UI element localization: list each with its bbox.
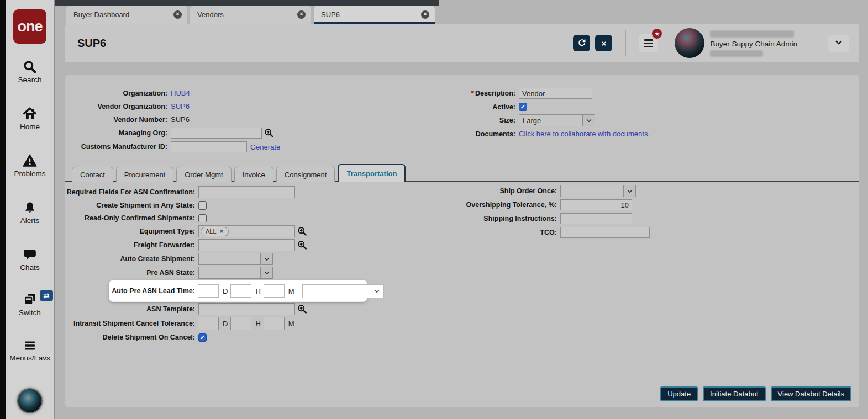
intransit-hours-input[interactable] (230, 317, 251, 330)
field-label: Create Shipment in Any State: (65, 201, 195, 209)
field-equipment-type: Equipment Type: ALL × (65, 225, 384, 238)
field-label: Organization: (65, 89, 167, 97)
select-value (561, 185, 623, 197)
search-icon (23, 59, 37, 74)
intransit-minutes-input[interactable] (264, 317, 285, 330)
sidebar-item-menus-favs[interactable]: Menus/Favs (9, 337, 50, 362)
size-select[interactable]: Large (519, 114, 595, 126)
sidebar-item-alerts[interactable]: Alerts (20, 200, 40, 225)
tab-contact[interactable]: Contact (72, 167, 113, 182)
header-divider (625, 30, 626, 56)
user-info: Buyer Suppy Chain Admin (710, 29, 797, 57)
field-label: Intransit Shipment Cancel Tolerance: (65, 320, 195, 327)
create-shipment-any-state-checkbox[interactable] (198, 201, 207, 210)
sidebar-item-search[interactable]: Search (18, 59, 42, 84)
lookup-magnifier-icon[interactable] (297, 226, 307, 236)
sidebar-item-chats[interactable]: Chats (20, 247, 39, 272)
close-icon[interactable]: × (297, 10, 306, 19)
sidebar: one Search Home Problems Alerts Chats (6, 0, 55, 419)
pre-asn-state-select[interactable] (198, 267, 273, 279)
field-documents: Documents: Click here to collaborate wit… (380, 128, 650, 140)
field-label: Managing Org: (65, 129, 167, 137)
header-menu-button[interactable]: ★ (639, 34, 658, 52)
tco-input[interactable] (560, 227, 650, 238)
shipping-instructions-input[interactable] (560, 213, 632, 224)
organization-link[interactable]: HUB4 (171, 89, 190, 97)
switch-icon (22, 292, 38, 307)
unit-days-label: D (223, 287, 228, 295)
user-role: Buyer Suppy Chain Admin (710, 40, 797, 48)
user-menu-button[interactable] (828, 35, 849, 52)
tab-order-mgmt[interactable]: Order Mgmt (176, 167, 231, 182)
vendor-organization-link[interactable]: SUP6 (171, 102, 190, 110)
field-freight-forwarder: Freight Forwarder: (65, 238, 384, 252)
sidebar-item-label: Home (20, 123, 40, 131)
sidebar-item-label: Alerts (20, 216, 40, 225)
freight-forwarder-input[interactable] (198, 239, 295, 251)
auto-create-shipment-select[interactable] (198, 253, 273, 265)
sidebar-item-home[interactable]: Home (20, 106, 40, 131)
delete-shipment-on-cancel-checkbox[interactable]: ✓ (198, 333, 207, 342)
tab-transportation[interactable]: Transportation (338, 164, 406, 182)
field-label: Freight Forwarder: (65, 241, 195, 249)
field-description: * Description: (380, 87, 650, 100)
close-icon[interactable]: × (421, 10, 429, 19)
page-header: SUP6 × ★ Buyer Suppy Chain Admin (65, 24, 859, 62)
equipment-type-tag: ALL × (201, 227, 229, 236)
documents-collaborate-link[interactable]: Click here to collaborate with documents… (519, 130, 650, 138)
lookup-magnifier-icon[interactable] (264, 128, 274, 138)
close-record-button[interactable]: × (595, 35, 612, 51)
view-databot-details-button[interactable]: View Databot Details (771, 386, 851, 401)
required-fields-asn-input[interactable] (198, 186, 295, 198)
select-value (199, 253, 260, 264)
refresh-button[interactable] (573, 35, 590, 51)
field-label: ASN Template: (65, 305, 195, 313)
general-left-column: Organization: HUB4 Vendor Organization: … (65, 87, 280, 154)
field-organization: Organization: HUB4 (65, 87, 280, 99)
customs-manufacturer-id-input[interactable] (171, 141, 247, 152)
main-area: Buyer Dashboard × Vendors × SUP6 × SUP6 … (55, 0, 868, 419)
generate-link[interactable]: Generate (250, 143, 280, 151)
chevron-down-icon (582, 115, 595, 126)
equipment-type-input[interactable]: ALL × (198, 225, 295, 237)
assistant-avatar[interactable] (17, 388, 43, 413)
field-label: Documents: (380, 130, 515, 138)
switch-context-badge[interactable]: ⇄ (40, 290, 53, 301)
tab-procurement[interactable]: Procurement (116, 167, 173, 182)
active-checkbox[interactable]: ✓ (519, 103, 527, 111)
bell-icon (23, 200, 36, 215)
tab-invoice[interactable]: Invoice (234, 167, 273, 182)
ship-order-once-select[interactable] (560, 185, 636, 197)
description-input[interactable] (519, 88, 592, 99)
field-ship-order-once: Ship Order Once: (381, 184, 650, 198)
initiate-databot-button[interactable]: Initiate Databot (703, 386, 765, 401)
asn-template-input[interactable] (198, 303, 295, 315)
lookup-magnifier-icon[interactable] (297, 240, 307, 250)
field-overshipping-tolerance: Overshipping Tolerance, %: (381, 198, 650, 211)
tab-label: Vendors (197, 10, 297, 19)
field-read-only-confirmed: Read-Only Confirmed Shipments: (65, 212, 384, 224)
lookup-magnifier-icon[interactable] (297, 304, 307, 314)
lead-time-days-input[interactable] (198, 284, 219, 298)
lead-time-uom-select[interactable] (302, 284, 384, 298)
overshipping-tolerance-input[interactable] (560, 199, 632, 210)
intransit-days-input[interactable] (198, 317, 219, 330)
one-logo[interactable]: one (13, 9, 46, 44)
field-create-shipment-any-state: Create Shipment in Any State: (65, 199, 384, 211)
tab-buyer-dashboard[interactable]: Buyer Dashboard × (66, 6, 187, 24)
update-button[interactable]: Update (660, 386, 698, 401)
managing-org-input[interactable] (171, 128, 262, 139)
tab-vendors[interactable]: Vendors × (190, 6, 311, 24)
tab-sup6[interactable]: SUP6 × (314, 6, 435, 24)
tab-consignment[interactable]: Consignment (276, 167, 335, 182)
sidebar-item-switch[interactable]: ⇄ Switch (19, 292, 41, 317)
close-icon[interactable]: × (173, 10, 182, 19)
lead-time-minutes-input[interactable] (264, 284, 285, 298)
select-value (199, 267, 260, 278)
sidebar-item-problems[interactable]: Problems (14, 153, 45, 178)
refresh-icon (577, 38, 586, 49)
lead-time-hours-input[interactable] (230, 284, 251, 298)
remove-tag-icon[interactable]: × (220, 227, 224, 235)
user-avatar[interactable] (675, 28, 704, 58)
read-only-confirmed-checkbox[interactable] (198, 214, 207, 222)
